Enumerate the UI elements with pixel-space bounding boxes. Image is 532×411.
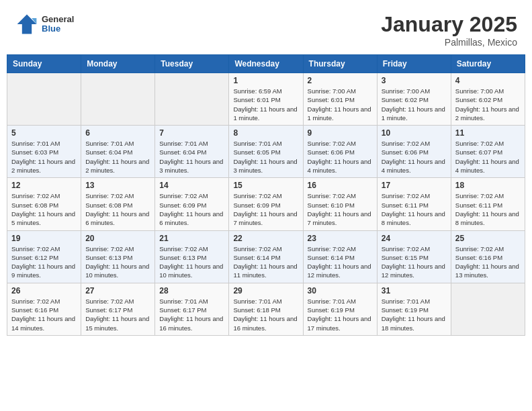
day-number: 15	[233, 181, 298, 190]
day-info: Sunrise: 7:02 AM Sunset: 6:06 PM Dayligh…	[382, 139, 447, 175]
calendar-week-4: 19Sunrise: 7:02 AM Sunset: 6:12 PM Dayli…	[7, 230, 525, 283]
day-info: Sunrise: 6:59 AM Sunset: 6:01 PM Dayligh…	[233, 87, 298, 122]
day-info: Sunrise: 7:01 AM Sunset: 6:03 PM Dayligh…	[11, 139, 77, 175]
day-info: Sunrise: 7:01 AM Sunset: 6:17 PM Dayligh…	[159, 297, 224, 332]
calendar-cell: 18Sunrise: 7:02 AM Sunset: 6:11 PM Dayli…	[451, 178, 525, 230]
day-info: Sunrise: 7:01 AM Sunset: 6:04 PM Dayligh…	[85, 139, 150, 175]
calendar-cell: 8Sunrise: 7:01 AM Sunset: 6:05 PM Daylig…	[229, 126, 303, 178]
day-number: 4	[455, 76, 521, 85]
calendar-cell: 1Sunrise: 6:59 AM Sunset: 6:01 PM Daylig…	[229, 73, 303, 126]
day-info: Sunrise: 7:02 AM Sunset: 6:11 PM Dayligh…	[382, 191, 447, 227]
calendar-week-3: 12Sunrise: 7:02 AM Sunset: 6:08 PM Dayli…	[7, 178, 525, 230]
day-number: 30	[308, 286, 373, 295]
calendar-cell: 14Sunrise: 7:02 AM Sunset: 6:09 PM Dayli…	[155, 178, 229, 230]
weekday-header-row: SundayMondayTuesdayWednesdayThursdayFrid…	[7, 55, 525, 73]
day-number: 3	[382, 76, 447, 85]
day-number: 13	[85, 181, 150, 190]
day-info: Sunrise: 7:02 AM Sunset: 6:11 PM Dayligh…	[455, 191, 521, 227]
calendar-cell	[451, 283, 525, 335]
day-number: 21	[159, 234, 224, 243]
day-number: 27	[85, 286, 150, 295]
day-number: 11	[455, 128, 521, 138]
weekday-header-tuesday: Tuesday	[155, 55, 229, 73]
calendar-cell: 10Sunrise: 7:02 AM Sunset: 6:06 PM Dayli…	[377, 126, 451, 178]
day-info: Sunrise: 7:02 AM Sunset: 6:12 PM Dayligh…	[11, 244, 77, 280]
calendar-cell	[155, 73, 229, 126]
day-number: 18	[455, 181, 521, 190]
day-number: 9	[308, 128, 373, 138]
svg-marker-0	[17, 15, 37, 34]
day-number: 29	[233, 286, 298, 295]
day-info: Sunrise: 7:01 AM Sunset: 6:18 PM Dayligh…	[233, 297, 298, 332]
calendar-cell: 5Sunrise: 7:01 AM Sunset: 6:03 PM Daylig…	[7, 126, 81, 178]
calendar-cell: 17Sunrise: 7:02 AM Sunset: 6:11 PM Dayli…	[377, 178, 451, 230]
day-info: Sunrise: 7:01 AM Sunset: 6:04 PM Dayligh…	[159, 139, 224, 175]
calendar-cell	[81, 73, 155, 126]
title-block: January 2025 Palmillas, Mexico	[381, 12, 517, 48]
calendar-cell: 25Sunrise: 7:02 AM Sunset: 6:16 PM Dayli…	[451, 230, 525, 283]
day-info: Sunrise: 7:01 AM Sunset: 6:19 PM Dayligh…	[382, 297, 447, 332]
day-number: 1	[233, 76, 298, 85]
calendar-cell: 11Sunrise: 7:02 AM Sunset: 6:07 PM Dayli…	[451, 126, 525, 178]
calendar-cell: 24Sunrise: 7:02 AM Sunset: 6:15 PM Dayli…	[377, 230, 451, 283]
calendar-table: SundayMondayTuesdayWednesdayThursdayFrid…	[7, 54, 525, 336]
weekday-header-monday: Monday	[81, 55, 155, 73]
calendar-cell: 30Sunrise: 7:01 AM Sunset: 6:19 PM Dayli…	[303, 283, 377, 335]
day-info: Sunrise: 7:00 AM Sunset: 6:02 PM Dayligh…	[455, 87, 521, 122]
day-info: Sunrise: 7:02 AM Sunset: 6:06 PM Dayligh…	[308, 139, 373, 175]
calendar-cell: 12Sunrise: 7:02 AM Sunset: 6:08 PM Dayli…	[7, 178, 81, 230]
day-info: Sunrise: 7:02 AM Sunset: 6:14 PM Dayligh…	[233, 244, 298, 280]
day-number: 22	[233, 234, 298, 243]
weekday-header-wednesday: Wednesday	[229, 55, 303, 73]
day-number: 28	[159, 286, 224, 295]
day-number: 6	[85, 128, 150, 138]
calendar-cell: 13Sunrise: 7:02 AM Sunset: 6:08 PM Dayli…	[81, 178, 155, 230]
day-number: 20	[85, 234, 150, 243]
page-header: General Blue January 2025 Palmillas, Mex…	[7, 7, 525, 52]
day-info: Sunrise: 7:02 AM Sunset: 6:08 PM Dayligh…	[85, 191, 150, 227]
day-info: Sunrise: 7:02 AM Sunset: 6:13 PM Dayligh…	[85, 244, 150, 280]
day-info: Sunrise: 7:00 AM Sunset: 6:01 PM Dayligh…	[308, 87, 373, 122]
day-number: 5	[11, 128, 77, 138]
day-number: 8	[233, 128, 298, 138]
calendar-cell: 22Sunrise: 7:02 AM Sunset: 6:14 PM Dayli…	[229, 230, 303, 283]
calendar-cell: 23Sunrise: 7:02 AM Sunset: 6:14 PM Dayli…	[303, 230, 377, 283]
calendar-cell: 3Sunrise: 7:00 AM Sunset: 6:02 PM Daylig…	[377, 73, 451, 126]
day-number: 17	[382, 181, 447, 190]
weekday-header-saturday: Saturday	[451, 55, 525, 73]
day-info: Sunrise: 7:02 AM Sunset: 6:07 PM Dayligh…	[455, 139, 521, 175]
calendar-cell: 6Sunrise: 7:01 AM Sunset: 6:04 PM Daylig…	[81, 126, 155, 178]
day-number: 24	[382, 234, 447, 243]
day-number: 26	[11, 286, 77, 295]
weekday-header-sunday: Sunday	[7, 55, 81, 73]
day-number: 19	[11, 234, 77, 243]
day-number: 31	[382, 286, 447, 295]
calendar-cell: 28Sunrise: 7:01 AM Sunset: 6:17 PM Dayli…	[155, 283, 229, 335]
calendar-cell: 26Sunrise: 7:02 AM Sunset: 6:16 PM Dayli…	[7, 283, 81, 335]
day-info: Sunrise: 7:02 AM Sunset: 6:14 PM Dayligh…	[308, 244, 373, 280]
calendar-cell: 31Sunrise: 7:01 AM Sunset: 6:19 PM Dayli…	[377, 283, 451, 335]
logo-general: General	[42, 15, 74, 24]
calendar-cell	[7, 73, 81, 126]
calendar-cell: 16Sunrise: 7:02 AM Sunset: 6:10 PM Dayli…	[303, 178, 377, 230]
day-number: 7	[159, 128, 224, 138]
calendar-cell: 29Sunrise: 7:01 AM Sunset: 6:18 PM Dayli…	[229, 283, 303, 335]
calendar-cell: 9Sunrise: 7:02 AM Sunset: 6:06 PM Daylig…	[303, 126, 377, 178]
logo-text: General Blue	[42, 15, 74, 34]
month-year-title: January 2025	[381, 12, 517, 37]
calendar-week-5: 26Sunrise: 7:02 AM Sunset: 6:16 PM Dayli…	[7, 283, 525, 335]
day-number: 14	[159, 181, 224, 190]
day-info: Sunrise: 7:01 AM Sunset: 6:05 PM Dayligh…	[233, 139, 298, 175]
logo-icon	[15, 12, 39, 36]
calendar-cell: 4Sunrise: 7:00 AM Sunset: 6:02 PM Daylig…	[451, 73, 525, 126]
calendar-cell: 2Sunrise: 7:00 AM Sunset: 6:01 PM Daylig…	[303, 73, 377, 126]
day-info: Sunrise: 7:02 AM Sunset: 6:17 PM Dayligh…	[85, 297, 150, 332]
day-info: Sunrise: 7:02 AM Sunset: 6:10 PM Dayligh…	[308, 191, 373, 227]
calendar-cell: 20Sunrise: 7:02 AM Sunset: 6:13 PM Dayli…	[81, 230, 155, 283]
location-subtitle: Palmillas, Mexico	[381, 37, 517, 48]
day-info: Sunrise: 7:02 AM Sunset: 6:16 PM Dayligh…	[11, 297, 77, 332]
day-number: 12	[11, 181, 77, 190]
day-number: 10	[382, 128, 447, 138]
calendar-cell: 19Sunrise: 7:02 AM Sunset: 6:12 PM Dayli…	[7, 230, 81, 283]
calendar-cell: 27Sunrise: 7:02 AM Sunset: 6:17 PM Dayli…	[81, 283, 155, 335]
